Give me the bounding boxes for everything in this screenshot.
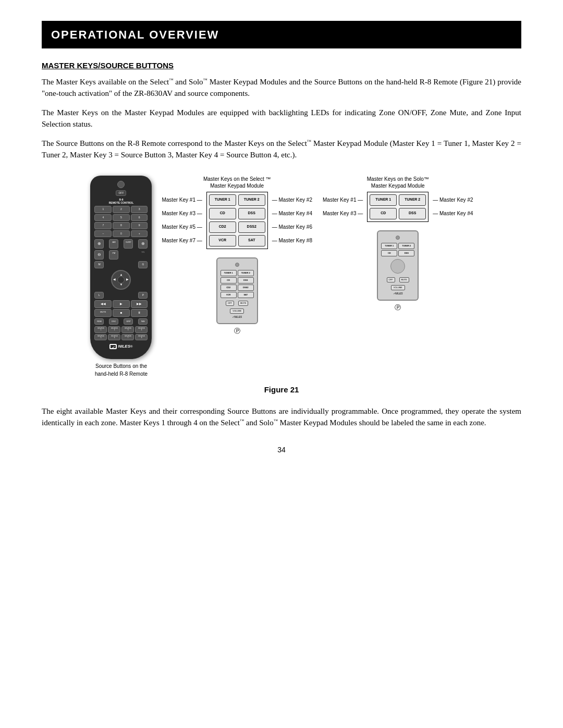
kp-tuner2[interactable]: TUNER 2: [238, 270, 254, 276]
body-paragraph-2: The Master Keys on the Master Keypad Mod…: [42, 107, 521, 130]
source-8-btn[interactable]: SOURCE8: [135, 334, 148, 341]
select-keys-layout: Master Key #1 — Master Key #3 — Master K…: [162, 192, 312, 249]
select-keypad-module-wrap: TUNER 1 TUNER 2 CD DSS CD2 DSS2 VCR SAT …: [216, 257, 258, 336]
select-tuner2-btn[interactable]: TUNER 2: [238, 194, 265, 206]
select-keypad-vol-row: VOLUME: [230, 309, 244, 314]
num-btn-1[interactable]: 1: [94, 206, 112, 213]
num-btn-minus[interactable]: –: [94, 230, 112, 238]
remote-control: OFF R-8 REMOTE CONTROL 1 2 3 4 5 6 7 8 9…: [90, 176, 152, 360]
volume-up-btn[interactable]: ⊕: [94, 239, 104, 249]
kp-vol[interactable]: VOLUME: [230, 309, 244, 314]
remote-top: [94, 181, 148, 188]
solo-tuner1-btn[interactable]: TUNER 1: [370, 194, 397, 206]
solo-kp-tuner1[interactable]: TUNER 1: [381, 243, 397, 249]
kp-vcr[interactable]: VCR: [221, 292, 237, 298]
select-tuner1-btn[interactable]: TUNER 1: [209, 194, 236, 206]
niles-check-icon: ✓: [109, 344, 117, 349]
solo-tuner2-btn[interactable]: TUNER 2: [399, 194, 426, 206]
source-2-btn[interactable]: SOURCE2: [108, 326, 120, 333]
select-keys-inner: TUNER 1 TUNER 2 CD DSS CD2 DSS2 VCR SAT: [209, 194, 265, 246]
ffwd-btn[interactable]: ▶▶: [131, 300, 148, 308]
select-dss2-btn[interactable]: DSS2: [238, 221, 265, 233]
num-btn-plus[interactable]: +: [131, 230, 148, 238]
remote-numpad: 1 2 3 4 5 6 7 8 9 – 0 +: [94, 206, 148, 237]
solo-dss-btn[interactable]: DSS: [399, 208, 426, 219]
select-mk5-label: Master Key #5 —: [162, 221, 202, 233]
source-5-btn[interactable]: SOURCE5: [94, 334, 107, 341]
fm-btn[interactable]: FM: [109, 250, 118, 260]
source-7-btn[interactable]: SOURCE7: [121, 334, 134, 341]
solo-cd-btn[interactable]: CD: [370, 208, 397, 219]
select-mk2-label: — Master Key #2: [272, 194, 312, 206]
solo-nav-area[interactable]: [390, 259, 405, 274]
page-title: OPERATIONAL OVERVIEW: [51, 26, 512, 43]
pause-btn[interactable]: ⏸: [131, 309, 148, 317]
num-btn-5[interactable]: 5: [113, 214, 130, 221]
rem-btn[interactable]: REM: [94, 318, 104, 325]
niles-brand-remote: NILES: [118, 343, 130, 350]
surf-btn[interactable]: SURF: [124, 239, 133, 249]
num-btn-4[interactable]: 4: [94, 214, 112, 221]
select-sat-btn[interactable]: SAT: [238, 235, 265, 246]
select-keypad-bottom: OFF MUTE: [226, 301, 248, 306]
select-mk6-label: — Master Key #6: [272, 221, 312, 233]
remote-ir-lens: [117, 181, 125, 188]
source-3-btn[interactable]: SOURCE3: [121, 326, 134, 333]
source-6-btn[interactable]: SOURCE6: [108, 334, 120, 341]
grp-btn[interactable]: GRP: [124, 318, 133, 325]
solo-kp-cd[interactable]: CD: [381, 250, 397, 256]
num-btn-2[interactable]: 2: [113, 206, 130, 213]
nav-left[interactable]: ◀: [113, 277, 116, 282]
am-btn[interactable]: AM: [109, 239, 118, 249]
select-dss-btn[interactable]: DSS: [238, 208, 265, 219]
solo-kp-off[interactable]: OFF: [387, 277, 395, 282]
kp-tuner1[interactable]: TUNER 1: [221, 270, 237, 276]
nav-center-btn[interactable]: [117, 276, 125, 283]
kp-mute[interactable]: MUTE: [238, 301, 248, 306]
select-vcr-btn[interactable]: VCR: [209, 235, 236, 246]
body-paragraph-3: The Source Buttons on the R-8 Remote cor…: [42, 138, 521, 161]
nav-right[interactable]: ▶: [126, 277, 129, 282]
play-btn[interactable]: ▶: [113, 300, 130, 308]
solo-kp-dss[interactable]: DSS: [398, 250, 414, 256]
fav-btn[interactable]: FAV: [138, 318, 148, 325]
select-keypad-module: TUNER 1 TUNER 2 CD DSS CD2 DSS2 VCR SAT …: [216, 257, 258, 325]
g-btn[interactable]: G: [138, 261, 148, 268]
kp-dss[interactable]: DSS: [238, 277, 254, 283]
dsc-btn[interactable]: DSC: [109, 318, 118, 325]
remote-off-area: OFF: [94, 190, 148, 196]
kp-cd2[interactable]: CD2: [221, 285, 237, 291]
solo-kp-mute[interactable]: MUTE: [399, 277, 409, 282]
solo-kp-tuner2[interactable]: TUNER 2: [398, 243, 414, 249]
rewind-btn[interactable]: ◀◀: [94, 300, 112, 308]
source-4-btn[interactable]: SOURCE4: [135, 326, 148, 333]
remote-lp-row: L P: [94, 292, 148, 299]
num-btn-8[interactable]: 8: [113, 222, 130, 229]
stop-btn[interactable]: ■: [113, 309, 130, 317]
volume-down-btn[interactable]: ⊖: [94, 250, 104, 260]
num-btn-3[interactable]: 3: [131, 206, 148, 213]
kp-dss2[interactable]: DSS2: [238, 285, 254, 291]
solo-kp-vol[interactable]: VOLUME: [391, 285, 405, 290]
kp-cd[interactable]: CD: [221, 277, 237, 283]
nav-circle: ▲ ▼ ◀ ▶: [111, 270, 131, 290]
select-cd2-btn[interactable]: CD2: [209, 221, 236, 233]
body-paragraph-1: The Master Keys available on the Select™…: [42, 76, 521, 100]
remote-amfm-row: ⊕ AM SURF ⊕: [94, 239, 148, 249]
select-cd-btn[interactable]: CD: [209, 208, 236, 219]
remote-source-row1: SOURCE1 SOURCE2 SOURCE3 SOURCE4: [94, 326, 148, 333]
num-btn-0[interactable]: 0: [113, 230, 130, 238]
num-btn-9[interactable]: 9: [131, 222, 148, 229]
num-btn-7[interactable]: 7: [94, 222, 112, 229]
p-btn[interactable]: P: [138, 292, 148, 299]
m-btn[interactable]: M: [94, 261, 104, 268]
remote-rem-row: REM DSC GRP FAV: [94, 318, 148, 325]
kp-sat[interactable]: SAT: [238, 292, 254, 298]
num-btn-6[interactable]: 6: [131, 214, 148, 221]
l-btn[interactable]: L: [94, 292, 104, 299]
source-1-btn[interactable]: SOURCE1: [94, 326, 107, 333]
mute-btn[interactable]: MUTE: [94, 309, 112, 317]
kp-off[interactable]: OFF: [226, 301, 234, 306]
volume-knob-right[interactable]: ⊕: [138, 239, 148, 249]
off-button[interactable]: OFF: [116, 190, 126, 196]
